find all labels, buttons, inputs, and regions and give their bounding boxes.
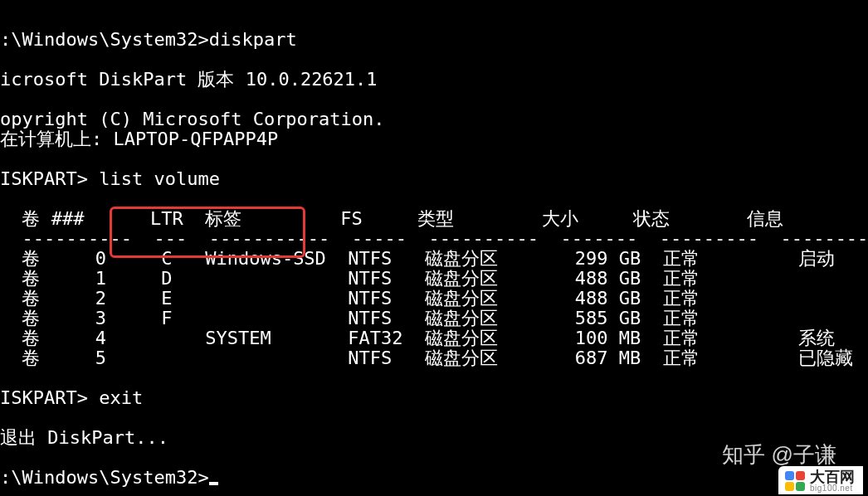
typed-command: list volume (99, 168, 220, 189)
copyright: opyright (C) Microsoft Corporation. (0, 109, 385, 129)
logo-tile (785, 482, 794, 491)
diskpart-prompt-1: ISKPART> list volume (0, 168, 220, 189)
table-divider: ---------- --- ----------- ----- -------… (0, 228, 868, 249)
diskpart-version: icrosoft DiskPart 版本 10.0.22621.1 (0, 69, 378, 90)
prompt-line-1: :\Windows\System32>diskpart (0, 29, 297, 50)
big100-url: big100.net (810, 484, 855, 493)
big100-text: 大百网 big100.net (810, 469, 855, 493)
table-row: 卷 1 D NTFS 磁盘分区 488 GB 正常 (0, 268, 700, 289)
big100-name: 大百网 (810, 469, 855, 484)
typed-command: exit (99, 387, 143, 408)
prompt-path: :\Windows\System32> (0, 29, 209, 50)
logo-tile (796, 471, 805, 480)
table-row: 卷 4 SYSTEM FAT32 磁盘分区 100 MB 正常 系统 (0, 328, 835, 348)
terminal-output[interactable]: :\Windows\System32>diskpart icrosoft Dis… (0, 0, 868, 488)
typed-command: diskpart (209, 29, 297, 50)
table-row: 卷 2 E NTFS 磁盘分区 488 GB 正常 (0, 288, 700, 309)
prompt-line-2: :\Windows\System32> (0, 467, 218, 488)
table-row: 卷 0 C Windows-SSD NTFS 磁盘分区 299 GB 正常 启动 (0, 248, 835, 269)
logo-tile (785, 471, 794, 480)
logo-tile (796, 482, 805, 491)
big100-logo-icon (785, 471, 805, 491)
table-row: 卷 3 F NTFS 磁盘分区 585 GB 正常 (0, 308, 700, 328)
big100-watermark: 大百网 big100.net (778, 466, 863, 494)
diskpart-prompt-2: ISKPART> exit (0, 387, 143, 408)
computer-name: 在计算机上: LAPTOP-QFPAPP4P (0, 129, 278, 149)
exit-message: 退出 DiskPart... (0, 427, 168, 448)
prompt-path: :\Windows\System32> (0, 467, 209, 488)
table-header: 卷 ### LTR 标签 FS 类型 大小 状态 信息 (0, 208, 783, 229)
table-row: 卷 5 NTFS 磁盘分区 687 MB 正常 已隐藏 (0, 348, 853, 368)
cursor-icon (209, 482, 218, 485)
zhihu-watermark: 知乎 @子谦 (722, 445, 836, 464)
